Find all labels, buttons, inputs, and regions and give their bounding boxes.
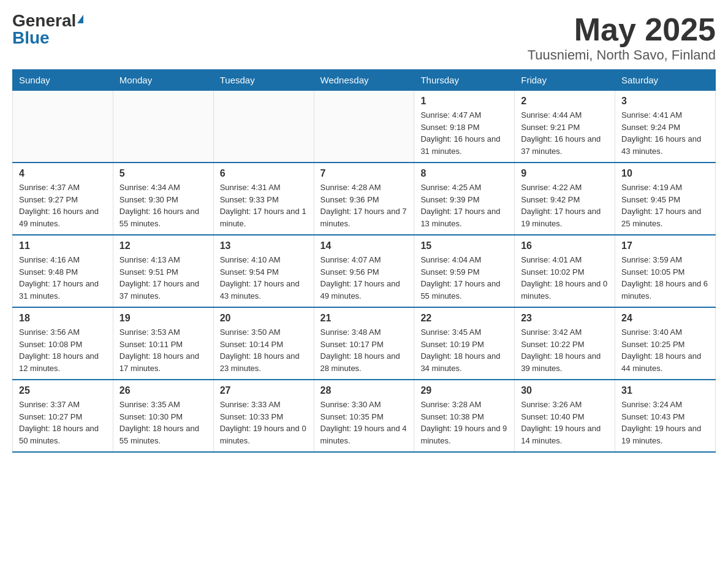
calendar-title: May 2025 — [528, 12, 716, 47]
day-number: 14 — [320, 240, 408, 251]
table-row: 8Sunrise: 4:25 AMSunset: 9:39 PMDaylight… — [414, 163, 515, 235]
day-number: 18 — [19, 313, 107, 324]
table-row — [13, 91, 113, 163]
header-saturday: Saturday — [615, 70, 716, 91]
day-number: 4 — [19, 168, 107, 179]
table-row: 17Sunrise: 3:59 AMSunset: 10:05 PMDaylig… — [615, 235, 716, 307]
title-block: May 2025 Tuusniemi, North Savo, Finland — [528, 12, 716, 63]
calendar-subtitle: Tuusniemi, North Savo, Finland — [528, 47, 716, 63]
table-row: 18Sunrise: 3:56 AMSunset: 10:08 PMDaylig… — [13, 307, 113, 380]
table-row: 19Sunrise: 3:53 AMSunset: 10:11 PMDaylig… — [113, 307, 213, 380]
day-info: Sunrise: 3:56 AMSunset: 10:08 PMDaylight… — [19, 326, 107, 374]
header-monday: Monday — [113, 70, 213, 91]
table-row — [113, 91, 213, 163]
header-tuesday: Tuesday — [213, 70, 314, 91]
logo-general-text: General — [12, 12, 76, 29]
table-row: 26Sunrise: 3:35 AMSunset: 10:30 PMDaylig… — [113, 380, 213, 452]
day-info: Sunrise: 3:35 AMSunset: 10:30 PMDaylight… — [119, 399, 207, 446]
table-row: 29Sunrise: 3:28 AMSunset: 10:38 PMDaylig… — [414, 380, 515, 452]
day-info: Sunrise: 4:44 AMSunset: 9:21 PMDaylight:… — [521, 109, 609, 157]
table-row: 12Sunrise: 4:13 AMSunset: 9:51 PMDayligh… — [113, 235, 213, 307]
day-number: 12 — [119, 240, 207, 251]
day-info: Sunrise: 3:30 AMSunset: 10:35 PMDaylight… — [320, 399, 408, 446]
day-number: 31 — [621, 385, 709, 396]
table-row: 1Sunrise: 4:47 AMSunset: 9:18 PMDaylight… — [414, 91, 515, 163]
table-row: 6Sunrise: 4:31 AMSunset: 9:33 PMDaylight… — [213, 163, 314, 235]
day-info: Sunrise: 4:41 AMSunset: 9:24 PMDaylight:… — [621, 109, 709, 157]
day-info: Sunrise: 4:37 AMSunset: 9:27 PMDaylight:… — [19, 182, 107, 229]
day-number: 21 — [320, 313, 408, 324]
header-thursday: Thursday — [414, 70, 515, 91]
day-number: 24 — [621, 313, 709, 324]
day-info: Sunrise: 4:47 AMSunset: 9:18 PMDaylight:… — [420, 109, 508, 157]
table-row: 16Sunrise: 4:01 AMSunset: 10:02 PMDaylig… — [515, 235, 615, 307]
calendar-table: Sunday Monday Tuesday Wednesday Thursday… — [12, 69, 716, 453]
day-info: Sunrise: 3:40 AMSunset: 10:25 PMDaylight… — [621, 326, 709, 374]
day-number: 29 — [420, 385, 508, 396]
table-row: 25Sunrise: 3:37 AMSunset: 10:27 PMDaylig… — [13, 380, 113, 452]
header-wednesday: Wednesday — [314, 70, 414, 91]
day-info: Sunrise: 4:34 AMSunset: 9:30 PMDaylight:… — [119, 182, 207, 229]
day-info: Sunrise: 4:25 AMSunset: 9:39 PMDaylight:… — [420, 182, 508, 229]
header-friday: Friday — [515, 70, 615, 91]
header-sunday: Sunday — [13, 70, 113, 91]
day-number: 17 — [621, 240, 709, 251]
day-info: Sunrise: 4:13 AMSunset: 9:51 PMDaylight:… — [119, 254, 207, 302]
day-info: Sunrise: 3:37 AMSunset: 10:27 PMDaylight… — [19, 399, 107, 446]
day-number: 7 — [320, 168, 408, 179]
table-row: 4Sunrise: 4:37 AMSunset: 9:27 PMDaylight… — [13, 163, 113, 235]
calendar-week-row: 1Sunrise: 4:47 AMSunset: 9:18 PMDaylight… — [13, 91, 716, 163]
page-header: General Blue May 2025 Tuusniemi, North S… — [12, 12, 716, 63]
table-row: 31Sunrise: 3:24 AMSunset: 10:43 PMDaylig… — [615, 380, 716, 452]
day-info: Sunrise: 4:31 AMSunset: 9:33 PMDaylight:… — [220, 182, 308, 229]
day-info: Sunrise: 4:10 AMSunset: 9:54 PMDaylight:… — [220, 254, 308, 302]
day-number: 15 — [420, 240, 508, 251]
day-info: Sunrise: 3:45 AMSunset: 10:19 PMDaylight… — [420, 326, 508, 374]
calendar-header-row: Sunday Monday Tuesday Wednesday Thursday… — [13, 70, 716, 91]
day-info: Sunrise: 4:16 AMSunset: 9:48 PMDaylight:… — [19, 254, 107, 302]
day-number: 3 — [621, 96, 709, 107]
day-number: 11 — [19, 240, 107, 251]
day-number: 8 — [420, 168, 508, 179]
day-number: 16 — [521, 240, 609, 251]
day-number: 9 — [521, 168, 609, 179]
table-row: 11Sunrise: 4:16 AMSunset: 9:48 PMDayligh… — [13, 235, 113, 307]
day-number: 19 — [119, 313, 207, 324]
table-row — [314, 91, 414, 163]
day-number: 28 — [320, 385, 408, 396]
day-info: Sunrise: 3:53 AMSunset: 10:11 PMDaylight… — [119, 326, 207, 374]
day-number: 20 — [220, 313, 308, 324]
table-row: 5Sunrise: 4:34 AMSunset: 9:30 PMDaylight… — [113, 163, 213, 235]
day-info: Sunrise: 4:01 AMSunset: 10:02 PMDaylight… — [521, 254, 609, 302]
day-info: Sunrise: 3:50 AMSunset: 10:14 PMDaylight… — [220, 326, 308, 374]
day-number: 22 — [420, 313, 508, 324]
calendar-week-row: 18Sunrise: 3:56 AMSunset: 10:08 PMDaylig… — [13, 307, 716, 380]
day-info: Sunrise: 4:04 AMSunset: 9:59 PMDaylight:… — [420, 254, 508, 302]
table-row: 2Sunrise: 4:44 AMSunset: 9:21 PMDaylight… — [515, 91, 615, 163]
day-info: Sunrise: 4:28 AMSunset: 9:36 PMDaylight:… — [320, 182, 408, 229]
table-row — [213, 91, 314, 163]
day-info: Sunrise: 3:48 AMSunset: 10:17 PMDaylight… — [320, 326, 408, 374]
day-number: 30 — [521, 385, 609, 396]
table-row: 7Sunrise: 4:28 AMSunset: 9:36 PMDaylight… — [314, 163, 414, 235]
table-row: 21Sunrise: 3:48 AMSunset: 10:17 PMDaylig… — [314, 307, 414, 380]
day-info: Sunrise: 4:22 AMSunset: 9:42 PMDaylight:… — [521, 182, 609, 229]
table-row: 22Sunrise: 3:45 AMSunset: 10:19 PMDaylig… — [414, 307, 515, 380]
table-row: 28Sunrise: 3:30 AMSunset: 10:35 PMDaylig… — [314, 380, 414, 452]
table-row: 20Sunrise: 3:50 AMSunset: 10:14 PMDaylig… — [213, 307, 314, 380]
table-row: 23Sunrise: 3:42 AMSunset: 10:22 PMDaylig… — [515, 307, 615, 380]
day-number: 26 — [119, 385, 207, 396]
calendar-week-row: 25Sunrise: 3:37 AMSunset: 10:27 PMDaylig… — [13, 380, 716, 452]
table-row: 10Sunrise: 4:19 AMSunset: 9:45 PMDayligh… — [615, 163, 716, 235]
table-row: 9Sunrise: 4:22 AMSunset: 9:42 PMDaylight… — [515, 163, 615, 235]
table-row: 24Sunrise: 3:40 AMSunset: 10:25 PMDaylig… — [615, 307, 716, 380]
day-number: 23 — [521, 313, 609, 324]
table-row: 30Sunrise: 3:26 AMSunset: 10:40 PMDaylig… — [515, 380, 615, 452]
day-info: Sunrise: 4:07 AMSunset: 9:56 PMDaylight:… — [320, 254, 408, 302]
calendar-week-row: 11Sunrise: 4:16 AMSunset: 9:48 PMDayligh… — [13, 235, 716, 307]
day-number: 13 — [220, 240, 308, 251]
logo-blue-text: Blue — [12, 28, 50, 47]
day-info: Sunrise: 3:28 AMSunset: 10:38 PMDaylight… — [420, 399, 508, 446]
day-info: Sunrise: 3:59 AMSunset: 10:05 PMDaylight… — [621, 254, 709, 302]
day-info: Sunrise: 3:42 AMSunset: 10:22 PMDaylight… — [521, 326, 609, 374]
